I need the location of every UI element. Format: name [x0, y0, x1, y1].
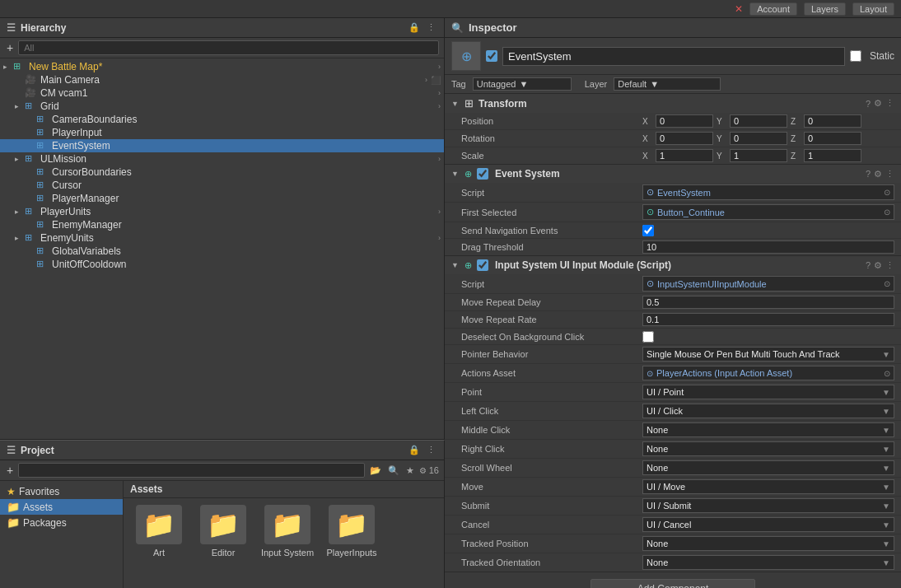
project-assets-header: Assets	[124, 481, 444, 498]
add-component-button[interactable]: Add Component	[591, 579, 755, 588]
hierarchy-tree-item[interactable]: ⊞EnemyManager	[0, 218, 444, 231]
im-point-dropdown[interactable]: UI / Point ▼	[642, 385, 894, 399]
rot-y-input[interactable]	[730, 132, 787, 145]
es-first-selected-target-btn[interactable]: ⊙	[884, 208, 890, 217]
layer-dropdown[interactable]: Default ▼	[614, 77, 721, 91]
hierarchy-tree-item[interactable]: 🎥CM vcam1›	[0, 86, 444, 100]
transform-more-btn[interactable]: ⋮	[885, 98, 894, 109]
project-star-icon[interactable]: ★	[404, 465, 416, 476]
im-move-value: UI / Move	[647, 482, 685, 492]
input-module-active-checkbox[interactable]	[477, 259, 488, 271]
project-add-button[interactable]: +	[5, 464, 15, 477]
object-active-checkbox[interactable]	[486, 50, 497, 62]
event-system-icon: ⊕	[465, 169, 472, 180]
hierarchy-lock-icon[interactable]: 🔒	[407, 22, 422, 33]
im-submit-dropdown[interactable]: UI / Submit ▼	[642, 498, 894, 513]
static-checkbox[interactable]	[850, 50, 861, 62]
im-move-repeat-rate-input[interactable]	[642, 313, 894, 326]
im-move-repeat-delay-input[interactable]	[642, 296, 894, 309]
es-drag-threshold-input[interactable]	[642, 240, 894, 254]
im-submit-arrow: ▼	[882, 502, 890, 511]
im-middle-click-dropdown[interactable]: None ▼	[642, 422, 894, 437]
input-module-settings-btn[interactable]: ⚙	[874, 260, 882, 271]
es-send-nav-checkbox[interactable]	[642, 225, 654, 236]
project-sidebar-item[interactable]: 📁Assets	[0, 499, 123, 515]
hierarchy-add-button[interactable]: +	[5, 41, 15, 54]
tree-cube-icon: ⊞	[36, 193, 49, 204]
hierarchy-tree-item[interactable]: ⊞CursorBoundaries	[0, 166, 444, 179]
pos-z-input[interactable]	[804, 114, 861, 128]
hierarchy-tree-item[interactable]: ▸⊞EnemyUnits›	[0, 231, 444, 245]
hierarchy-tree-item[interactable]: ⊞PlayerManager	[0, 192, 444, 205]
inspector-panel: 🔍 Inspector ⊕ Static Tag Untagged ▼	[445, 18, 901, 588]
input-module-icon: ⊕	[465, 260, 472, 271]
im-pointer-behavior-dropdown[interactable]: Single Mouse Or Pen But Multi Touch And …	[642, 347, 894, 362]
account-button[interactable]: Account	[749, 2, 797, 16]
hierarchy-tree-item[interactable]: ▸⊞PlayerUnits›	[0, 205, 444, 218]
pos-y-input[interactable]	[730, 114, 787, 128]
im-tracked-orientation-arrow: ▼	[882, 558, 890, 567]
project-sidebar-item[interactable]: ★Favorites	[0, 484, 123, 499]
im-cancel-dropdown[interactable]: UI / Cancel ▼	[642, 517, 894, 532]
hierarchy-tree-item[interactable]: ⊞EventSystem	[0, 139, 444, 152]
transform-header[interactable]: ▼ ⊞ Transform ? ⚙ ⋮	[445, 94, 901, 113]
input-module-help-btn[interactable]: ?	[866, 260, 871, 271]
layers-button[interactable]: Layers	[804, 2, 846, 16]
tag-dropdown[interactable]: Untagged ▼	[473, 77, 572, 91]
object-name-input[interactable]	[502, 47, 845, 66]
hierarchy-tree-item[interactable]: ⊞Cursor	[0, 179, 444, 192]
asset-item[interactable]: 📁 Input System	[259, 505, 316, 581]
project-lock-icon[interactable]: 🔒	[407, 445, 422, 455]
project-sidebar-item[interactable]: 📁Packages	[0, 515, 123, 530]
input-module-header[interactable]: ▼ ⊕ Input System UI Input Module (Script…	[445, 256, 901, 274]
project-search-icon[interactable]: 🔍	[386, 465, 401, 476]
input-module-more-btn[interactable]: ⋮	[885, 260, 894, 271]
event-system-header[interactable]: ▼ ⊕ Event System ? ⚙ ⋮	[445, 165, 901, 183]
project-panel: ☰ Project 🔒 ⋮ + 📂 🔍 ★ ⚙ 16	[0, 440, 445, 588]
im-move-dropdown[interactable]: UI / Move ▼	[642, 479, 894, 494]
asset-item[interactable]: 📁 PlayerInputs	[323, 505, 380, 581]
hierarchy-tree-item[interactable]: ▸⊞New Battle Map*›	[0, 60, 444, 73]
project-more-icon[interactable]: ⋮	[425, 445, 437, 455]
transform-help-btn[interactable]: ?	[866, 98, 871, 109]
es-first-selected-icon: ⊙	[647, 207, 654, 217]
pos-x-input[interactable]	[656, 114, 713, 128]
transform-settings-btn[interactable]: ⚙	[874, 98, 882, 109]
im-left-click-dropdown[interactable]: UI / Click ▼	[642, 404, 894, 418]
es-drag-threshold-row: Drag Threshold	[445, 239, 901, 255]
event-system-settings-btn[interactable]: ⚙	[874, 169, 882, 180]
asset-item[interactable]: 📁 Editor	[194, 505, 252, 581]
im-script-target-btn[interactable]: ⊙	[884, 279, 890, 288]
tree-item-label: CursorBoundaries	[52, 166, 132, 178]
im-tracked-position-dropdown[interactable]: None ▼	[642, 536, 894, 551]
event-system-help-btn[interactable]: ?	[866, 169, 871, 180]
hierarchy-tree-item[interactable]: 🎥Main Camera›⬛	[0, 73, 444, 86]
rot-z-input[interactable]	[804, 132, 861, 145]
hierarchy-tree-item[interactable]: ⊞PlayerInput	[0, 126, 444, 139]
hierarchy-tree-item[interactable]: ▸⊞ULMission›	[0, 152, 444, 166]
asset-item[interactable]: 📁 Art	[130, 505, 188, 581]
im-right-click-dropdown[interactable]: None ▼	[642, 441, 894, 456]
hierarchy-search-input[interactable]	[18, 40, 439, 55]
hierarchy-tree-item[interactable]: ▸⊞Grid›	[0, 100, 444, 113]
rot-x-input[interactable]	[656, 132, 713, 145]
hierarchy-tree-item[interactable]: ⊞UnitOffCooldown	[0, 258, 444, 271]
top-toolbar: ✕ Account Layers Layout	[0, 0, 901, 18]
hierarchy-tree-item[interactable]: ⊞GlobalVariabels	[0, 245, 444, 258]
scale-x-input[interactable]	[656, 149, 713, 162]
es-script-target-btn[interactable]: ⊙	[884, 188, 890, 197]
event-system-more-btn[interactable]: ⋮	[885, 169, 894, 180]
project-folder-icon[interactable]: 📂	[368, 465, 383, 476]
im-tracked-orientation-dropdown[interactable]: None ▼	[642, 555, 894, 570]
left-panel: ☰ Hierarchy 🔒 ⋮ + ▸⊞New Battle Map*›🎥Mai…	[0, 18, 445, 588]
scale-z-input[interactable]	[804, 149, 861, 162]
layout-button[interactable]: Layout	[852, 2, 894, 16]
im-scroll-wheel-dropdown[interactable]: None ▼	[642, 460, 894, 475]
scale-y-input[interactable]	[730, 149, 787, 162]
hierarchy-more-icon[interactable]: ⋮	[425, 22, 437, 33]
event-system-active-checkbox[interactable]	[477, 168, 488, 180]
hierarchy-tree-item[interactable]: ⊞CameraBoundaries	[0, 113, 444, 126]
project-search-input[interactable]	[18, 463, 365, 478]
im-actions-asset-target-btn[interactable]: ⊙	[884, 369, 890, 378]
im-deselect-checkbox[interactable]	[642, 331, 654, 343]
